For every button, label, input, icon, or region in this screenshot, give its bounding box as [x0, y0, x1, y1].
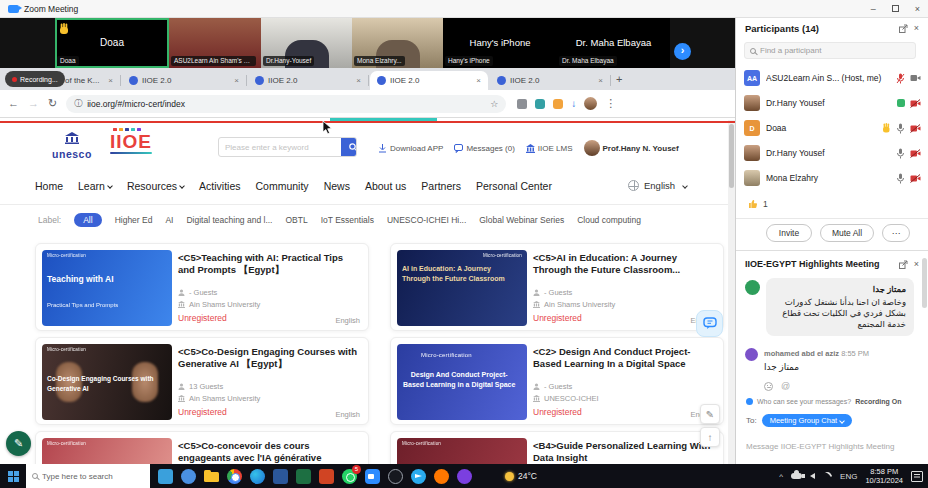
browser-profile-avatar[interactable]	[584, 97, 597, 110]
nav-community[interactable]: Community	[256, 180, 309, 192]
taskbar-search-input[interactable]	[42, 472, 144, 481]
camera-off-icon[interactable]	[910, 124, 921, 133]
camera-off-icon[interactable]	[910, 149, 921, 158]
popout-icon[interactable]	[899, 260, 908, 269]
nav-personal-center[interactable]: Personal Center	[476, 180, 552, 192]
nav-about-us[interactable]: About us	[365, 180, 406, 192]
app-icon[interactable]	[457, 469, 472, 484]
participant-row[interactable]: Mona Elzahry	[744, 166, 921, 190]
video-tile-asu2learn[interactable]: ASU2Learn Ain Sham's Un...	[169, 18, 261, 68]
maximize-button[interactable]	[892, 5, 899, 12]
close-panel-icon[interactable]: ×	[914, 259, 919, 269]
site-info-icon[interactable]: ⓘ	[74, 98, 82, 109]
browser-tab[interactable]: IIOE 2.0 ×	[248, 71, 368, 90]
mail-app-icon[interactable]	[158, 469, 173, 484]
url-bar[interactable]: ⓘ iioe.org/#/micro-cert/index ☆	[66, 95, 506, 113]
mention-icon[interactable]: @	[781, 381, 790, 391]
participant-row[interactable]: AA ASU2Learn Ain S... (Host, me)	[744, 66, 921, 90]
video-tile-dr-hany[interactable]: Dr.Hany-Yousef	[261, 18, 352, 68]
onedrive-cloud-icon[interactable]	[791, 473, 802, 479]
invite-button[interactable]: Invite	[766, 224, 812, 242]
mic-icon[interactable]	[896, 123, 905, 134]
participant-row[interactable]: Dr.Hany Yousef	[744, 141, 921, 165]
extensions-puzzle-icon[interactable]	[517, 99, 527, 109]
speaker-icon[interactable]	[810, 473, 815, 479]
bookmark-star-icon[interactable]: ☆	[490, 99, 498, 109]
filter-ai[interactable]: AI	[165, 215, 173, 225]
language-selector[interactable]: English	[628, 180, 687, 191]
taskbar-clock[interactable]: 8:58 PM 10/31/2024	[865, 467, 903, 485]
course-title[interactable]: <C5>Co-Design Engaging Courses with Gene…	[178, 346, 360, 370]
user-profile[interactable]: Prof.Hany N. Yousef	[584, 140, 679, 156]
course-title[interactable]: <B4>Guide Personalized Learning With Dat…	[533, 440, 715, 464]
close-button[interactable]: ×	[915, 4, 920, 14]
participant-row[interactable]: D Doaa	[744, 116, 921, 140]
mute-all-button[interactable]: Mute All	[820, 224, 874, 242]
messages-link[interactable]: Messages (0)	[454, 144, 514, 153]
participant-row[interactable]: Dr.Hany Yousef	[744, 91, 921, 115]
video-tile-doaa[interactable]: Doaa Doaa	[55, 18, 169, 68]
course-title[interactable]: <C5>Co-concevoir des cours engageants av…	[178, 440, 360, 464]
file-explorer-icon[interactable]	[204, 469, 219, 484]
annotation-tool-button[interactable]: ✎	[6, 431, 31, 456]
back-icon[interactable]: ←	[8, 98, 19, 109]
nav-learn[interactable]: Learn	[78, 180, 112, 192]
browser-tab[interactable]: IIOE 2.0 ×	[122, 71, 246, 90]
telegram-icon[interactable]	[411, 469, 426, 484]
nav-activities[interactable]: Activities	[199, 180, 240, 192]
keyboard-language[interactable]: ENG	[840, 472, 857, 481]
extension-icon[interactable]	[535, 99, 545, 109]
excel-icon[interactable]	[296, 469, 311, 484]
tab-close-icon[interactable]: ×	[356, 76, 361, 85]
chat-scrollbar-thumb[interactable]	[922, 258, 927, 308]
course-card[interactable]: Micro-certification <C5>Co-concevoir des…	[35, 431, 369, 464]
tab-close-icon[interactable]: ×	[598, 76, 603, 85]
start-button[interactable]	[0, 464, 26, 488]
nav-partners[interactable]: Partners	[421, 180, 461, 192]
course-title[interactable]: <C5>AI in Education: A Journey Through t…	[533, 252, 715, 276]
camera-icon[interactable]	[910, 74, 921, 82]
mic-icon[interactable]	[896, 148, 905, 159]
recipient-dropdown[interactable]: Meeting Group Chat	[762, 414, 853, 427]
course-card[interactable]: Micro-certification AI in Education: A J…	[390, 243, 724, 331]
chrome-icon[interactable]	[227, 469, 242, 484]
whatsapp-icon[interactable]: 5	[342, 469, 357, 484]
new-tab-button[interactable]: +	[616, 73, 622, 85]
filter-all[interactable]: All	[74, 213, 101, 227]
edge-icon[interactable]	[250, 469, 265, 484]
minimize-button[interactable]: –	[871, 4, 876, 14]
unesco-logo[interactable]: unesco	[45, 130, 99, 160]
page-scrollbar[interactable]	[728, 120, 735, 464]
taskbar-weather-widget[interactable]: 24°C	[505, 464, 537, 488]
wifi-icon[interactable]	[821, 470, 834, 483]
people-app-icon[interactable]	[181, 469, 196, 484]
back-to-top-button[interactable]: ↑	[700, 427, 720, 447]
iioe-lms-link[interactable]: IIOE LMS	[526, 144, 573, 153]
extension-icon[interactable]	[553, 99, 563, 109]
tab-close-icon[interactable]: ×	[476, 76, 481, 85]
more-options-button[interactable]: ⋯	[882, 224, 910, 242]
camera-off-icon[interactable]	[910, 174, 921, 183]
tray-chevron-icon[interactable]: ^	[779, 472, 783, 481]
download-app-link[interactable]: Download APP	[378, 144, 443, 153]
mic-icon[interactable]	[896, 173, 905, 184]
powerpoint-icon[interactable]	[319, 469, 334, 484]
video-tile-hanys-iphone[interactable]: Hany's iPhone Hany's iPhone	[443, 18, 557, 68]
filter-obtl[interactable]: OBTL	[285, 215, 307, 225]
course-card[interactable]: Micro-certification Teaching with AI Pra…	[35, 243, 369, 331]
feedback-chat-button[interactable]	[696, 310, 723, 337]
action-center-icon[interactable]	[911, 471, 923, 482]
tab-close-icon[interactable]: ×	[108, 76, 113, 85]
filter-digital-teaching[interactable]: Digital teaching and l...	[186, 215, 272, 225]
nav-resources[interactable]: Resources	[127, 180, 184, 192]
downloads-icon[interactable]: ↓	[571, 98, 576, 109]
filter-unesco-ichei[interactable]: UNESCO-ICHEI Hi...	[387, 215, 466, 225]
nav-news[interactable]: News	[324, 180, 350, 192]
course-card[interactable]: Micro-certification Co-Design Engaging C…	[35, 337, 369, 425]
popout-icon[interactable]	[899, 24, 908, 33]
mic-muted-icon[interactable]	[896, 73, 905, 84]
video-tile-dr-maha[interactable]: Dr. Maha Elbayaa Dr. Maha Elbayaa	[557, 18, 670, 68]
video-tile-mona[interactable]: Mona Elzahry...	[352, 18, 443, 68]
page-scrollbar-thumb[interactable]	[729, 124, 734, 188]
vlc-icon[interactable]	[434, 469, 449, 484]
